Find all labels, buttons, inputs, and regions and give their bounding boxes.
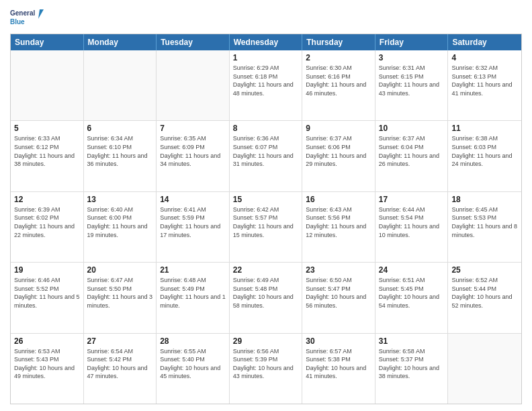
day-info: Sunrise: 6:50 AM Sunset: 5:47 PM Dayligh…: [306, 276, 371, 310]
day-cell-18: 18Sunrise: 6:45 AM Sunset: 5:53 PM Dayli…: [448, 192, 521, 262]
day-cell-6: 6Sunrise: 6:34 AM Sunset: 6:10 PM Daylig…: [84, 121, 157, 191]
day-number: 8: [233, 124, 299, 133]
day-info: Sunrise: 6:36 AM Sunset: 6:07 PM Dayligh…: [233, 134, 299, 168]
day-header-saturday: Saturday: [448, 34, 521, 50]
day-info: Sunrise: 6:45 AM Sunset: 5:53 PM Dayligh…: [451, 205, 518, 239]
svg-text:General: General: [10, 9, 35, 17]
day-number: 18: [451, 195, 518, 204]
calendar-header: SundayMondayTuesdayWednesdayThursdayFrid…: [11, 34, 521, 50]
svg-marker-2: [38, 9, 44, 19]
day-cell-2: 2Sunrise: 6:30 AM Sunset: 6:16 PM Daylig…: [302, 50, 375, 120]
day-number: 23: [306, 265, 371, 275]
day-info: Sunrise: 6:46 AM Sunset: 5:52 PM Dayligh…: [14, 276, 80, 310]
day-cell-4: 4Sunrise: 6:32 AM Sunset: 6:13 PM Daylig…: [448, 50, 521, 120]
day-info: Sunrise: 6:35 AM Sunset: 6:09 PM Dayligh…: [160, 134, 226, 168]
day-cell-21: 21Sunrise: 6:48 AM Sunset: 5:49 PM Dayli…: [157, 263, 230, 332]
day-cell-16: 16Sunrise: 6:43 AM Sunset: 5:56 PM Dayli…: [302, 192, 375, 262]
day-number: 4: [451, 53, 518, 62]
day-cell-14: 14Sunrise: 6:41 AM Sunset: 5:59 PM Dayli…: [157, 192, 230, 262]
day-number: 20: [87, 265, 153, 275]
day-info: Sunrise: 6:55 AM Sunset: 5:40 PM Dayligh…: [160, 347, 226, 381]
day-cell-1: 1Sunrise: 6:29 AM Sunset: 6:18 PM Daylig…: [230, 50, 303, 120]
week-row-4: 19Sunrise: 6:46 AM Sunset: 5:52 PM Dayli…: [11, 263, 521, 333]
day-info: Sunrise: 6:33 AM Sunset: 6:12 PM Dayligh…: [14, 134, 80, 168]
day-cell-5: 5Sunrise: 6:33 AM Sunset: 6:12 PM Daylig…: [11, 121, 84, 191]
day-info: Sunrise: 6:32 AM Sunset: 6:13 PM Dayligh…: [451, 64, 518, 97]
day-info: Sunrise: 6:38 AM Sunset: 6:03 PM Dayligh…: [451, 134, 518, 168]
day-cell-23: 23Sunrise: 6:50 AM Sunset: 5:47 PM Dayli…: [302, 263, 375, 332]
day-header-sunday: Sunday: [11, 34, 84, 50]
day-cell-3: 3Sunrise: 6:31 AM Sunset: 6:15 PM Daylig…: [375, 50, 449, 120]
day-cell-11: 11Sunrise: 6:38 AM Sunset: 6:03 PM Dayli…: [448, 121, 521, 191]
empty-cell: [11, 50, 84, 120]
day-info: Sunrise: 6:54 AM Sunset: 5:42 PM Dayligh…: [87, 347, 153, 381]
day-info: Sunrise: 6:48 AM Sunset: 5:49 PM Dayligh…: [160, 276, 226, 310]
day-number: 3: [379, 53, 445, 62]
day-info: Sunrise: 6:43 AM Sunset: 5:56 PM Dayligh…: [306, 205, 371, 239]
day-cell-13: 13Sunrise: 6:40 AM Sunset: 6:00 PM Dayli…: [84, 192, 157, 262]
day-number: 1: [233, 53, 299, 62]
day-number: 29: [233, 336, 299, 346]
day-number: 2: [306, 53, 371, 62]
day-cell-27: 27Sunrise: 6:54 AM Sunset: 5:42 PM Dayli…: [84, 334, 157, 404]
day-number: 30: [306, 336, 371, 346]
day-number: 22: [233, 265, 299, 275]
day-cell-12: 12Sunrise: 6:39 AM Sunset: 6:02 PM Dayli…: [11, 192, 84, 262]
day-cell-31: 31Sunrise: 6:58 AM Sunset: 5:37 PM Dayli…: [375, 334, 449, 404]
day-info: Sunrise: 6:30 AM Sunset: 6:16 PM Dayligh…: [306, 64, 371, 97]
day-info: Sunrise: 6:44 AM Sunset: 5:54 PM Dayligh…: [379, 205, 445, 239]
day-number: 21: [160, 265, 226, 275]
week-row-1: 1Sunrise: 6:29 AM Sunset: 6:18 PM Daylig…: [11, 50, 521, 121]
empty-cell: [157, 50, 230, 120]
day-number: 13: [87, 195, 153, 204]
day-header-thursday: Thursday: [302, 34, 375, 50]
day-number: 31: [379, 336, 445, 346]
day-number: 12: [14, 195, 80, 204]
day-cell-10: 10Sunrise: 6:37 AM Sunset: 6:04 PM Dayli…: [375, 121, 449, 191]
day-cell-22: 22Sunrise: 6:49 AM Sunset: 5:48 PM Dayli…: [230, 263, 303, 332]
day-number: 9: [306, 124, 371, 133]
day-cell-20: 20Sunrise: 6:47 AM Sunset: 5:50 PM Dayli…: [84, 263, 157, 332]
day-cell-8: 8Sunrise: 6:36 AM Sunset: 6:07 PM Daylig…: [230, 121, 303, 191]
day-number: 10: [379, 124, 445, 133]
calendar: SundayMondayTuesdayWednesdayThursdayFrid…: [10, 34, 522, 404]
day-header-friday: Friday: [375, 34, 449, 50]
logo: General Blue: [10, 7, 44, 28]
day-info: Sunrise: 6:53 AM Sunset: 5:43 PM Dayligh…: [14, 347, 80, 381]
day-info: Sunrise: 6:52 AM Sunset: 5:44 PM Dayligh…: [451, 276, 518, 310]
day-cell-29: 29Sunrise: 6:56 AM Sunset: 5:39 PM Dayli…: [230, 334, 303, 404]
day-number: 11: [451, 124, 518, 133]
day-header-wednesday: Wednesday: [230, 34, 303, 50]
day-header-monday: Monday: [84, 34, 157, 50]
day-cell-9: 9Sunrise: 6:37 AM Sunset: 6:06 PM Daylig…: [302, 121, 375, 191]
logo-svg: General Blue: [10, 7, 44, 28]
day-info: Sunrise: 6:41 AM Sunset: 5:59 PM Dayligh…: [160, 205, 226, 239]
week-row-5: 26Sunrise: 6:53 AM Sunset: 5:43 PM Dayli…: [11, 334, 521, 404]
week-row-2: 5Sunrise: 6:33 AM Sunset: 6:12 PM Daylig…: [11, 121, 521, 191]
week-row-3: 12Sunrise: 6:39 AM Sunset: 6:02 PM Dayli…: [11, 192, 521, 263]
day-cell-15: 15Sunrise: 6:42 AM Sunset: 5:57 PM Dayli…: [230, 192, 303, 262]
day-cell-7: 7Sunrise: 6:35 AM Sunset: 6:09 PM Daylig…: [157, 121, 230, 191]
day-number: 15: [233, 195, 299, 204]
day-number: 27: [87, 336, 153, 346]
day-number: 28: [160, 336, 226, 346]
day-number: 24: [379, 265, 445, 275]
empty-cell: [448, 334, 521, 404]
day-cell-19: 19Sunrise: 6:46 AM Sunset: 5:52 PM Dayli…: [11, 263, 84, 332]
day-number: 16: [306, 195, 371, 204]
day-info: Sunrise: 6:40 AM Sunset: 6:00 PM Dayligh…: [87, 205, 153, 239]
day-info: Sunrise: 6:57 AM Sunset: 5:38 PM Dayligh…: [306, 347, 371, 381]
day-info: Sunrise: 6:29 AM Sunset: 6:18 PM Dayligh…: [233, 64, 299, 97]
day-info: Sunrise: 6:34 AM Sunset: 6:10 PM Dayligh…: [87, 134, 153, 168]
day-info: Sunrise: 6:51 AM Sunset: 5:45 PM Dayligh…: [379, 276, 445, 310]
day-number: 26: [14, 336, 80, 346]
day-header-tuesday: Tuesday: [157, 34, 230, 50]
day-number: 19: [14, 265, 80, 275]
day-info: Sunrise: 6:37 AM Sunset: 6:04 PM Dayligh…: [379, 134, 445, 168]
calendar-body: 1Sunrise: 6:29 AM Sunset: 6:18 PM Daylig…: [11, 50, 521, 404]
day-number: 14: [160, 195, 226, 204]
day-number: 6: [87, 124, 153, 133]
day-info: Sunrise: 6:56 AM Sunset: 5:39 PM Dayligh…: [233, 347, 299, 381]
day-cell-24: 24Sunrise: 6:51 AM Sunset: 5:45 PM Dayli…: [375, 263, 449, 332]
day-cell-28: 28Sunrise: 6:55 AM Sunset: 5:40 PM Dayli…: [157, 334, 230, 404]
